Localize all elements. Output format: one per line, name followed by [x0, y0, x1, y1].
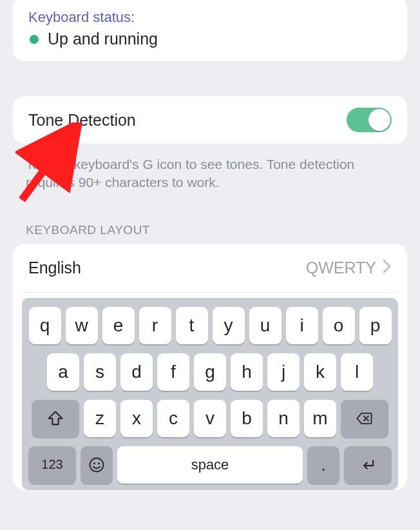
- key-i[interactable]: i: [286, 307, 318, 344]
- key-v[interactable]: v: [194, 400, 226, 437]
- layout-language: English: [28, 259, 81, 277]
- layout-row[interactable]: English QWERTY: [13, 244, 407, 292]
- key-f[interactable]: f: [157, 353, 189, 391]
- key-b[interactable]: b: [231, 400, 263, 437]
- key-z[interactable]: z: [84, 400, 116, 437]
- tone-detection-label: Tone Detection: [28, 111, 136, 130]
- svg-point-1: [93, 462, 95, 464]
- key-k[interactable]: k: [304, 353, 336, 391]
- emoji-key[interactable]: [81, 446, 113, 484]
- key-n[interactable]: n: [267, 400, 300, 437]
- svg-point-0: [90, 458, 104, 471]
- key-s[interactable]: s: [84, 353, 116, 391]
- svg-point-2: [98, 462, 100, 464]
- key-c[interactable]: c: [157, 400, 189, 437]
- shift-icon: [46, 409, 64, 427]
- layout-value: QWERTY: [306, 259, 376, 277]
- keyboard-layout-header: KEYBOARD LAYOUT: [26, 223, 394, 237]
- tone-detection-help-text: Tap the keyboard's G icon to see tones. …: [26, 155, 394, 192]
- key-j[interactable]: j: [267, 353, 300, 391]
- key-w[interactable]: w: [66, 307, 98, 344]
- status-indicator-dot: [30, 35, 39, 44]
- chevron-right-icon: [383, 258, 392, 278]
- keyboard-row-4: 123 space .: [27, 446, 393, 484]
- key-m[interactable]: m: [304, 400, 336, 437]
- status-row: Up and running: [28, 30, 392, 48]
- keyboard-row-1: qwertyuiop: [27, 307, 393, 344]
- key-u[interactable]: u: [249, 307, 282, 344]
- key-x[interactable]: x: [120, 400, 153, 437]
- divider: [23, 292, 397, 293]
- tone-detection-row[interactable]: Tone Detection: [13, 96, 407, 144]
- key-t[interactable]: t: [176, 307, 208, 344]
- key-d[interactable]: d: [120, 353, 153, 391]
- keyboard-status-card: Keyboard status: Up and running: [13, 0, 407, 61]
- key-h[interactable]: h: [231, 353, 263, 391]
- keyboard-row-3: zxcvbnm: [27, 400, 393, 437]
- tone-detection-toggle[interactable]: [347, 108, 392, 132]
- shift-key[interactable]: [32, 400, 79, 437]
- backspace-key[interactable]: [341, 400, 388, 437]
- key-l[interactable]: l: [341, 353, 373, 391]
- return-key[interactable]: [344, 446, 392, 484]
- toggle-knob: [368, 109, 390, 131]
- period-key[interactable]: .: [307, 446, 339, 484]
- numeric-key[interactable]: 123: [28, 446, 76, 484]
- backspace-icon: [356, 409, 374, 427]
- key-q[interactable]: q: [29, 307, 61, 344]
- keyboard-row-2: asdfghjkl: [27, 353, 393, 391]
- layout-value-wrap: QWERTY: [306, 258, 392, 278]
- key-a[interactable]: a: [47, 353, 79, 391]
- key-g[interactable]: g: [194, 353, 226, 391]
- key-y[interactable]: y: [213, 307, 245, 344]
- key-e[interactable]: e: [102, 307, 135, 344]
- keyboard-layout-card: English QWERTY qwertyuiop asdfghjkl zxcv…: [13, 244, 407, 490]
- status-text: Up and running: [48, 30, 158, 48]
- space-key[interactable]: space: [117, 446, 303, 484]
- key-p[interactable]: p: [359, 307, 392, 344]
- return-icon: [359, 456, 377, 474]
- key-r[interactable]: r: [139, 307, 171, 344]
- emoji-icon: [88, 456, 106, 474]
- keyboard-status-label: Keyboard status:: [28, 9, 392, 26]
- key-o[interactable]: o: [323, 307, 355, 344]
- keyboard-preview: qwertyuiop asdfghjkl zxcvbnm 123 space .: [22, 298, 398, 490]
